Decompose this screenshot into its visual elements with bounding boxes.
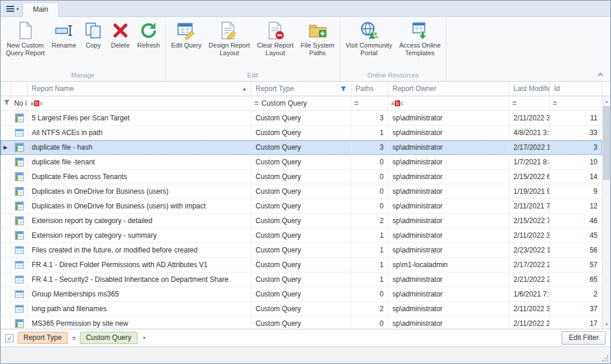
column-header-id[interactable]: Id [550, 82, 602, 96]
scroll-down-button[interactable]: ▼ [603, 319, 610, 329]
filter-cell-owner[interactable]: abc [388, 96, 509, 110]
scroll-up-button[interactable]: ▲ [603, 96, 610, 106]
cell-paths: 0 [351, 184, 388, 199]
table-report-icon [11, 272, 28, 287]
table-row[interactable]: Files created in the future, or modified… [1, 243, 602, 258]
pivot-report-icon [11, 316, 28, 329]
column-header-label: Paths [355, 85, 374, 93]
status-bar [1, 346, 610, 363]
table-row[interactable]: Duplicate Files across TenantsCustom Que… [1, 170, 602, 184]
ribbon-button-label: Rename [52, 42, 76, 49]
new-custom-query-report-button[interactable]: New Custom Query Report [2, 19, 48, 58]
filter-cell-type[interactable]: =Custom Query [251, 96, 351, 110]
cell-type: Custom Query [251, 170, 351, 184]
filter-value-chip[interactable]: Custom Query [80, 332, 137, 344]
pivot-report-icon [11, 111, 28, 126]
ribbon-button-label: Design Report Layout [209, 42, 250, 57]
edit-query-button[interactable]: Edit Query [167, 19, 205, 50]
file-system-paths-button[interactable]: File System Paths [297, 19, 338, 58]
cell-modified: 4/8/2021 3:5... [509, 126, 550, 140]
filter-cell-icon-column[interactable]: No i... [11, 96, 28, 110]
filter-cell-paths[interactable]: = [351, 96, 388, 110]
cell-name: Duplicates in OneDrive for Business (use… [28, 184, 251, 199]
table-row[interactable]: FR 4.1 - Security2 - Disabled Inheritanc… [1, 272, 602, 287]
table-report-icon [11, 243, 28, 258]
cell-paths: 1 [351, 243, 388, 258]
column-header-name[interactable]: Report Name▲ [28, 82, 251, 96]
table-row[interactable]: long path and filenamesCustom Query2sp\a… [1, 302, 602, 316]
copy-button[interactable]: Copy [80, 19, 107, 50]
cell-paths: 2 [351, 302, 388, 316]
cell-name: Extension report by category - detailed [28, 214, 251, 228]
ribbon-button-label: Edit Query [171, 42, 202, 49]
column-header-paths[interactable]: Paths [351, 82, 388, 96]
filter-dropdown-icon[interactable]: ▾ [142, 335, 147, 341]
filter-field-chip[interactable]: Report Type [18, 332, 68, 344]
ribbon-button-label: Delete [111, 42, 130, 49]
filter-row-indicator [1, 96, 11, 110]
filter-row-funnel-icon [4, 99, 10, 107]
cell-name: 5 Largest Files per Scan Target [28, 111, 251, 126]
cell-type: Custom Query [251, 243, 351, 258]
scrollbar-thumb[interactable] [603, 106, 610, 180]
collapse-ribbon-button[interactable] [595, 70, 606, 79]
cell-id: 11 [550, 111, 602, 126]
cell-id: 3 [550, 140, 602, 155]
cell-paths: 1 [351, 228, 388, 243]
filter-enabled-checkbox[interactable]: ✓ [5, 334, 14, 342]
ribbon-button-label: Access Online Templates [400, 42, 441, 57]
cell-paths: 0 [351, 155, 388, 170]
vertical-scrollbar[interactable]: ▲ ▼ [602, 96, 610, 329]
delete-button[interactable]: Delete [107, 19, 134, 50]
pivot-report-icon [11, 170, 28, 184]
cell-name: long path and filenames [28, 302, 251, 316]
table-row[interactable]: FR 4.1 - Direct Folder Permissions with … [1, 258, 602, 272]
visit-community-portal-button[interactable]: Visit Community Portal [342, 19, 395, 58]
cell-id: 14 [550, 170, 602, 184]
tab-main[interactable]: Main [22, 2, 59, 17]
clear-report-layout-button[interactable]: Clear Report Layout [253, 19, 297, 58]
row-indicator [1, 316, 11, 329]
edit-query-icon [177, 21, 196, 40]
filter-cell-id[interactable]: = [550, 96, 602, 110]
table-row[interactable]: All NTFS ACEs in pathCustom Query1sp\adm… [1, 126, 602, 140]
table-row[interactable]: Extension report by category - summaryCu… [1, 228, 602, 243]
column-header-label: Report Name [32, 85, 73, 93]
chevron-down-icon: ▾ [16, 6, 19, 12]
column-header-type[interactable]: Report Type [251, 82, 351, 96]
cell-type: Custom Query [251, 140, 351, 155]
access-online-templates-button[interactable]: Access Online Templates [396, 19, 444, 58]
cell-modified: 2/11/2022 3:... [509, 228, 550, 243]
cell-owner: sp\administrator [388, 170, 509, 184]
table-row[interactable]: Duplicates in OneDrive for Business (use… [1, 199, 602, 214]
cell-owner: sp\administrator [388, 199, 509, 214]
cell-name: Extension report by category - summary [28, 228, 251, 243]
table-row[interactable]: Group Memberships ms365Custom Query0sp\a… [1, 287, 602, 302]
chevron-up-icon [597, 73, 603, 76]
row-indicator: ▶ [1, 140, 11, 155]
cell-paths: 1 [351, 272, 388, 287]
rename-button[interactable]: Rename [48, 19, 80, 50]
ribbon-group-label: Manage [2, 71, 163, 81]
app-menu-button[interactable]: ▾ [4, 5, 22, 16]
table-row[interactable]: 5 Largest Files per Scan TargetCustom Qu… [1, 111, 602, 126]
app-window: ▾ Main New Custom Query ReportRenameCopy… [0, 0, 611, 364]
cell-owner: sp\administrator [388, 316, 509, 329]
filter-cell-modified[interactable]: = [509, 96, 550, 110]
table-row[interactable]: MS365 Permission by site newCustom Query… [1, 316, 602, 329]
table-row[interactable]: ▶duplicate file - hashCustom Query3sp\ad… [1, 140, 602, 155]
column-header-modified[interactable]: Last Modified [509, 82, 550, 96]
edit-filter-button[interactable]: Edit Filter [562, 331, 606, 345]
cell-modified: 2/17/2022 2:... [509, 258, 550, 272]
equals-operator-icon: = [512, 99, 516, 107]
table-row[interactable]: Duplicates in OneDrive for Business (use… [1, 184, 602, 199]
resize-grip[interactable] [602, 355, 609, 362]
refresh-button[interactable]: Refresh [134, 19, 164, 50]
filter-funnel-icon[interactable] [340, 86, 347, 92]
filter-cell-name[interactable]: abc [28, 96, 251, 110]
design-report-layout-button[interactable]: Design Report Layout [205, 19, 253, 58]
table-row[interactable]: duplicate file -tenantCustom Query0sp\ad… [1, 155, 602, 170]
table-row[interactable]: Extension report by category - detailedC… [1, 214, 602, 228]
cell-id: 65 [550, 272, 602, 287]
column-header-owner[interactable]: Report Owner [388, 82, 509, 96]
